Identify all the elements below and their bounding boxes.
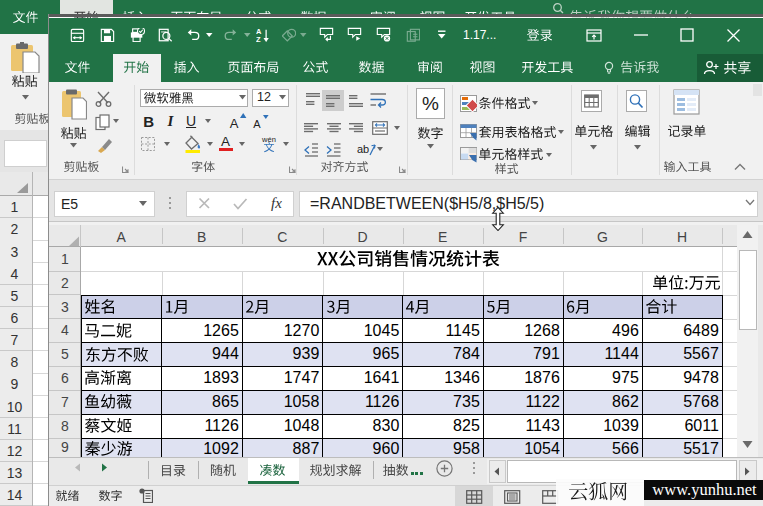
svg-text:ab: ab: [357, 143, 369, 155]
svg-text:Z: Z: [256, 35, 261, 43]
